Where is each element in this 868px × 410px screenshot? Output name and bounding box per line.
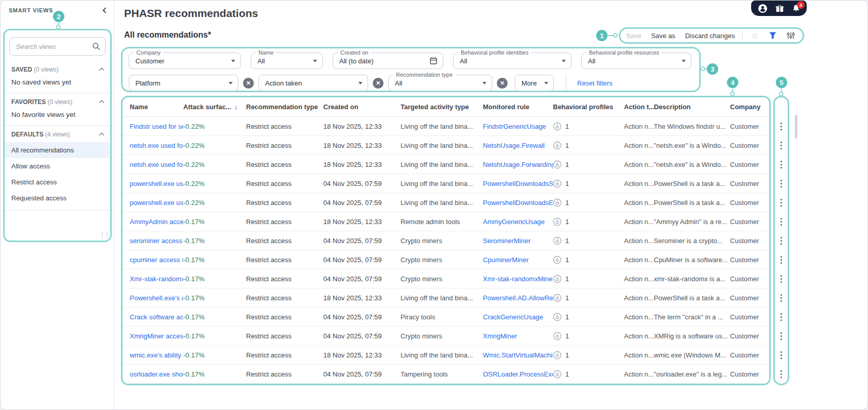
defaults-section-header[interactable]: DEFAULTS (4 views) (5, 126, 110, 141)
reset-filters-link[interactable]: Reset filters (577, 79, 613, 87)
filter-select[interactable]: Name All (251, 53, 323, 69)
clear-filter-icon[interactable]: ✕ (497, 78, 508, 89)
save-button[interactable]: Save (626, 32, 641, 40)
monitored-rule-link[interactable]: CrackGenericUsage (483, 313, 553, 321)
monitored-rule-link[interactable]: AmmyGenericUsage (483, 218, 553, 226)
sidebar-view-item[interactable]: Restrict access (5, 174, 110, 190)
row-kebab-menu-icon[interactable] (775, 346, 788, 365)
filter-select[interactable]: Company Customer (129, 53, 241, 69)
row-kebab-menu-icon[interactable] (775, 288, 788, 308)
filter-with-clear: Platform ✕ (129, 75, 254, 91)
column-header[interactable]: Monitored rule ↓ (483, 103, 553, 111)
row-kebab-menu-icon[interactable] (775, 136, 788, 155)
chevron-up-icon[interactable] (99, 100, 105, 106)
row-kebab-menu-icon[interactable] (775, 117, 788, 136)
more-filters-select[interactable]: More (515, 75, 554, 91)
recommendation-name-link[interactable]: wmic.exe's ability (130, 351, 183, 359)
column-header[interactable]: Company ↓ (730, 103, 769, 111)
recommendation-name-link[interactable]: powershell.exe us (130, 180, 183, 187)
filter-select[interactable]: Created on All (to date) (333, 53, 443, 69)
column-header[interactable]: Created on ↓ (323, 103, 401, 111)
filter-funnel-icon[interactable] (769, 31, 777, 40)
favorites-count: (0 views) (47, 98, 72, 106)
row-kebab-menu-icon[interactable] (775, 250, 788, 269)
column-header[interactable]: Name ↓ (130, 103, 183, 111)
column-header[interactable]: Description ↓ (654, 103, 730, 111)
favorite-star-icon[interactable]: ☆ (751, 31, 758, 40)
monitored-rule-link[interactable]: OSRLoader.ProcessExec (483, 370, 553, 378)
targeted-activity-cell: Tampering tools (401, 370, 483, 378)
monitored-rule-link[interactable]: NetshUsage.Forwarding (483, 161, 553, 168)
filter-select[interactable]: Action taken (258, 75, 368, 91)
row-kebab-menu-icon[interactable] (775, 269, 788, 288)
monitored-rule-link[interactable]: XmrigMiner (483, 332, 553, 340)
recommendation-name-link[interactable]: osrloader.exe shou (130, 370, 183, 378)
sidebar-view-item[interactable]: Requested access (5, 190, 110, 206)
clear-filter-icon[interactable]: ✕ (373, 78, 384, 89)
action-taken-cell: Action n... (624, 123, 654, 130)
recommendation-name-link[interactable]: Findstr used for se (130, 123, 183, 130)
chevron-up-icon[interactable] (99, 68, 105, 73)
user-account-icon[interactable] (758, 4, 768, 13)
monitored-rule-link[interactable]: NetshUsage.Firewall (483, 142, 553, 149)
sidebar-view-item[interactable]: Allow access (5, 158, 110, 174)
monitored-rule-link[interactable]: Powershell.AD.AllowRev (483, 294, 553, 302)
monitored-rule-link[interactable]: SerominerMiner (483, 237, 553, 245)
column-header[interactable]: Attack surfac... ↓ (183, 103, 246, 111)
recommendation-name-link[interactable]: netsh.exe used for (130, 142, 183, 149)
targeted-activity-cell: Crypto miners (401, 256, 483, 264)
save-as-button[interactable]: Save as (651, 32, 675, 40)
gift-icon[interactable] (775, 4, 784, 13)
vertical-scrollbar-thumb[interactable] (795, 115, 797, 139)
column-settings-sliders-icon[interactable] (787, 31, 795, 40)
resize-handle-icon[interactable]: ⋮⋮ (99, 231, 109, 238)
collapse-sidebar-icon[interactable] (102, 7, 108, 13)
row-kebab-menu-icon[interactable] (775, 155, 788, 174)
filter-select[interactable]: Behavioral profile identities All (453, 53, 571, 69)
search-views-input[interactable] (9, 37, 106, 56)
clear-filter-icon[interactable]: ✕ (243, 78, 254, 89)
monitored-rule-link[interactable]: CpuminerMiner (483, 256, 553, 264)
recommendation-name-link[interactable]: XmrigMiner access (130, 332, 183, 340)
row-kebab-menu-icon[interactable] (775, 231, 788, 250)
company-cell: Customer (730, 180, 769, 187)
column-header[interactable]: Action t... ↓ (624, 103, 654, 111)
monitored-rule-link[interactable]: FindstrGenericUsage (483, 123, 553, 130)
behavioral-profiles-cell: 1 (553, 198, 624, 207)
monitored-rule-link[interactable]: Xmr-stak-randomxMiner (483, 275, 553, 283)
description-cell: xmr-stak-randomx is a... (654, 275, 730, 283)
favorites-section-header[interactable]: FAVORITES (0 views) (5, 93, 110, 109)
column-header[interactable]: Recommendation type ↓ (246, 103, 323, 111)
filter-select[interactable]: Behavioral profile resources All (581, 53, 691, 69)
sidebar-view-item[interactable]: All recommendations (5, 142, 110, 158)
row-kebab-menu-icon[interactable] (775, 308, 788, 327)
column-header[interactable]: Targeted activity type ↓ (401, 103, 483, 111)
chevron-up-icon[interactable] (99, 133, 105, 138)
recommendation-type-cell: Restrict access (246, 294, 323, 302)
discard-changes-button[interactable]: Discard changes (685, 32, 735, 40)
recommendation-name-link[interactable]: Xmr-stak-randomx (130, 275, 183, 283)
row-kebab-menu-icon[interactable] (775, 174, 788, 193)
recommendation-name-link[interactable]: serominer access (130, 237, 183, 245)
recommendation-name-link[interactable]: Powershell.exe's c (130, 294, 183, 302)
recommendation-name-link[interactable]: netsh.exe used for (130, 161, 183, 168)
monitored-rule-link[interactable]: Wmic.StartVirtualMachir (483, 351, 553, 359)
column-header[interactable]: Behavioral profiles ↓ (553, 103, 624, 111)
row-kebab-menu-icon[interactable] (775, 193, 788, 212)
filter-select[interactable]: Recommendation type All (388, 75, 492, 91)
row-kebab-menu-icon[interactable] (775, 327, 788, 346)
recommendation-type-cell: Restrict access (246, 180, 323, 187)
recommendation-name-link[interactable]: Crack software ac (130, 313, 183, 321)
recommendation-name-link[interactable]: cpuminer access s (130, 256, 183, 264)
monitored-rule-link[interactable]: PowershellDownloadsEx (483, 199, 553, 207)
row-kebab-menu-icon[interactable] (775, 212, 788, 231)
recommendation-name-link[interactable]: AmmyAdmin acce (130, 218, 183, 226)
behavioral-profiles-cell: 1 (553, 255, 624, 264)
table-row: serominer access -0.17% Restrict access … (123, 231, 769, 250)
filter-select[interactable]: Platform (129, 75, 238, 91)
recommendation-type-cell: Restrict access (246, 123, 323, 130)
row-kebab-menu-icon[interactable] (775, 365, 788, 384)
recommendation-name-link[interactable]: powershell.exe us (130, 199, 183, 207)
monitored-rule-link[interactable]: PowershellDownloadsSc (483, 180, 553, 187)
saved-section-header[interactable]: SAVED (0 views) (5, 61, 110, 76)
